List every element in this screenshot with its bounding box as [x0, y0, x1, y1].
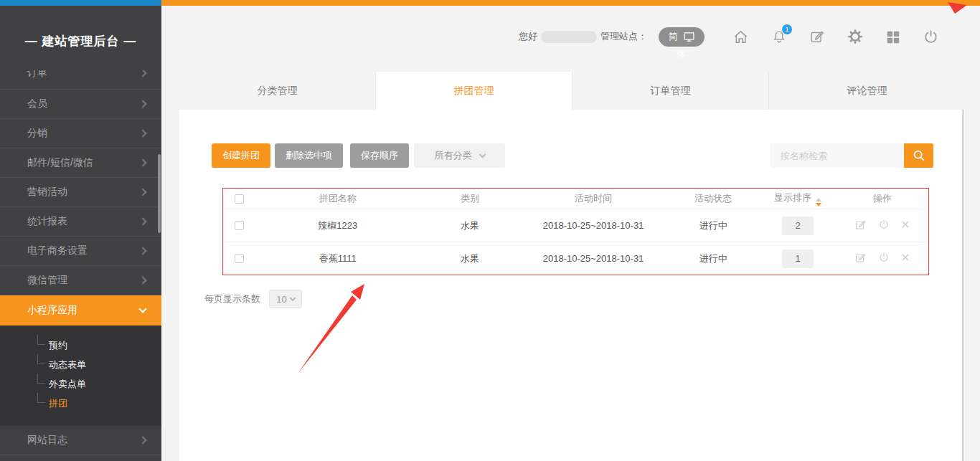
- chevron-right-icon: [138, 158, 146, 166]
- chevron-down-icon: [479, 151, 486, 158]
- lang-simplified-text: 简: [669, 30, 678, 43]
- close-icon[interactable]: [900, 252, 910, 265]
- sidebar-item-miniprogram-apps[interactable]: 小程序应用: [0, 295, 161, 325]
- content-panel: 创建拼团 删除选中项 保存顺序 所有分类 拼团名称 类别 活动时间 活动状态 显…: [179, 110, 965, 461]
- save-order-button[interactable]: 保存顺序: [350, 143, 409, 168]
- sidebar-item-wechat-management[interactable]: 微信管理: [0, 266, 161, 295]
- tree-line: [37, 393, 45, 403]
- chevron-right-icon: [138, 276, 146, 284]
- row-checkbox[interactable]: [235, 221, 244, 230]
- sidebar-item-label: 订单: [27, 70, 47, 80]
- chevron-right-icon: [138, 188, 146, 196]
- tab-label: 分类管理: [258, 85, 298, 98]
- groupbuy-table: 拼团名称 类别 活动时间 活动状态 显示排序 操作 辣椒1223 水果 2018…: [222, 188, 929, 275]
- cell-status: 进行中: [667, 252, 759, 265]
- delete-selected-button[interactable]: 删除选中项: [275, 143, 343, 168]
- sidebar-item-label: 小程序应用: [27, 304, 77, 317]
- select-all-checkbox[interactable]: [235, 194, 244, 204]
- sidebar-item-label: 会员: [27, 98, 47, 110]
- chevron-down-icon: [138, 305, 146, 313]
- sidebar-item-label: 统计报表: [27, 215, 67, 228]
- compose-icon[interactable]: [809, 29, 825, 44]
- create-groupbuy-button[interactable]: 创建拼团: [212, 143, 270, 168]
- chevron-right-icon: [138, 129, 146, 137]
- per-page-control: 每页显示条数 10: [204, 290, 302, 308]
- search-button[interactable]: [904, 143, 933, 168]
- col-header-status: 活动状态: [667, 192, 759, 205]
- sidebar-submenu: 预约 动态表单 外卖点单 拼团: [0, 325, 161, 426]
- search-input[interactable]: [771, 143, 904, 168]
- gear-icon[interactable]: [847, 29, 863, 44]
- sidebar-subitem-groupbuy[interactable]: 拼团: [0, 394, 161, 413]
- power-icon[interactable]: [878, 219, 890, 232]
- header: 您好 管理站点： 简 体 1: [161, 22, 965, 52]
- sidebar-subitem-label: 动态表单: [49, 359, 86, 370]
- col-header-category: 类别: [420, 192, 519, 205]
- bell-icon[interactable]: 1: [771, 29, 787, 44]
- cell-time: 2018-10-25~2018-10-31: [519, 220, 667, 231]
- cell-category: 水果: [420, 252, 519, 265]
- tab-comment-management[interactable]: 评论管理: [769, 72, 965, 110]
- chevron-right-icon: [138, 100, 146, 108]
- monitor-icon: [683, 31, 695, 43]
- tab-label: 评论管理: [847, 85, 887, 98]
- language-switcher[interactable]: 简 体: [659, 27, 705, 47]
- col-header-time: 活动时间: [519, 192, 667, 205]
- cell-category: 水果: [420, 219, 519, 232]
- edit-icon[interactable]: [854, 219, 867, 233]
- home-icon[interactable]: [732, 29, 749, 45]
- content-scrollbar[interactable]: [962, 110, 964, 461]
- tab-label: 订单管理: [651, 85, 691, 98]
- row-checkbox[interactable]: [235, 254, 244, 263]
- sidebar-subitem-dynamic-form[interactable]: 动态表单: [0, 355, 161, 374]
- category-filter-dropdown[interactable]: 所有分类: [414, 143, 505, 168]
- language-pill[interactable]: 简: [659, 27, 705, 47]
- edit-icon[interactable]: [854, 252, 867, 266]
- site-label: 管理站点：: [600, 30, 647, 43]
- table-row: 香蕉1111 水果 2018-10-25~2018-10-31 进行中 1: [223, 242, 928, 275]
- tab-label: 拼团管理: [454, 85, 494, 98]
- tree-line: [37, 374, 45, 384]
- sidebar-item-statistics[interactable]: 统计报表: [0, 207, 161, 237]
- sidebar-item-members[interactable]: 会员: [0, 90, 161, 119]
- sidebar-item-label: 邮件/短信/微信: [27, 156, 93, 169]
- tab-category-management[interactable]: 分类管理: [179, 72, 376, 110]
- app-title: — 建站管理后台 —: [0, 6, 161, 49]
- notification-badge: 1: [782, 24, 792, 34]
- sidebar-item-marketing[interactable]: 营销活动: [0, 178, 161, 207]
- sidebar-item-site-logs[interactable]: 网站日志: [0, 426, 161, 455]
- sidebar-item-label: 电子商务设置: [27, 244, 88, 257]
- sort-value[interactable]: 1: [782, 249, 814, 268]
- cell-time: 2018-10-25~2018-10-31: [519, 253, 667, 264]
- col-header-sort-label: 显示排序: [774, 192, 811, 203]
- user-name-redacted: [541, 31, 597, 43]
- sort-value[interactable]: 2: [782, 217, 814, 235]
- per-page-label: 每页显示条数: [204, 293, 260, 305]
- sidebar-item-ecommerce-settings[interactable]: 电子商务设置: [0, 237, 161, 266]
- sidebar-subitem-booking[interactable]: 预约: [0, 336, 161, 355]
- tab-order-management[interactable]: 订单管理: [573, 72, 769, 110]
- close-icon[interactable]: [900, 219, 910, 232]
- col-header-ops: 操作: [837, 192, 928, 205]
- search-icon: [911, 148, 927, 163]
- category-filter-label: 所有分类: [435, 149, 472, 162]
- sidebar-item-mail-sms-wechat[interactable]: 邮件/短信/微信: [0, 148, 161, 178]
- cell-name: 香蕉1111: [255, 252, 420, 265]
- tab-groupbuy-management[interactable]: 拼团管理: [376, 72, 573, 110]
- sidebar-subitem-takeout-order[interactable]: 外卖点单: [0, 374, 161, 394]
- sidebar-scrollbar[interactable]: [158, 154, 161, 233]
- per-page-select[interactable]: 10: [269, 290, 302, 308]
- sidebar-item-distribution[interactable]: 分销: [0, 119, 161, 148]
- power-icon[interactable]: [878, 252, 890, 265]
- apps-grid-icon[interactable]: [885, 29, 900, 44]
- power-icon[interactable]: [923, 29, 939, 45]
- sidebar-item-orders[interactable]: 订单: [0, 70, 161, 90]
- sidebar: — 建站管理后台 — 订单 会员 分销 邮件/短信/微信 营销活动 统计报表 电…: [0, 6, 161, 461]
- table-header-row: 拼团名称 类别 活动时间 活动状态 显示排序 操作: [223, 189, 928, 209]
- sort-arrows-icon[interactable]: [816, 198, 821, 206]
- greeting-text: 您好: [519, 30, 537, 43]
- sidebar-subitem-label: 拼团: [49, 398, 67, 409]
- col-header-sort[interactable]: 显示排序: [759, 191, 837, 206]
- sidebar-item-label: 网站日志: [27, 434, 67, 447]
- chevron-right-icon: [138, 247, 146, 255]
